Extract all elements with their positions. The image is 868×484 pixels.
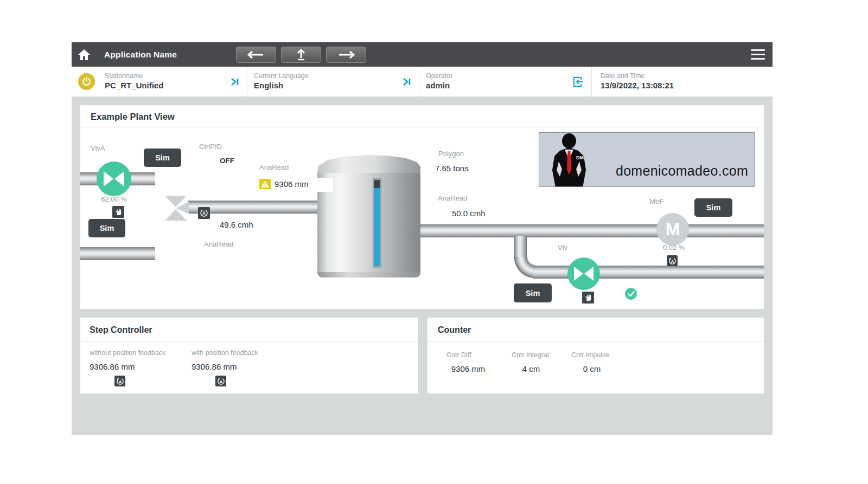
datetime-label: Date and Time xyxy=(601,72,674,81)
home-button[interactable] xyxy=(72,42,97,67)
operator-value: admin xyxy=(426,81,452,91)
vlva-sim-button[interactable]: Sim xyxy=(144,149,181,167)
mtrf-label: MtrF xyxy=(649,197,664,205)
tank-inlet-notch xyxy=(317,178,333,192)
step-controller-title: Step Controller xyxy=(90,325,152,335)
tank-dome xyxy=(317,155,420,173)
anaread-level-label: AnaRead xyxy=(259,163,289,171)
field-label: Cntr Diff xyxy=(446,351,512,359)
svg-text:A: A xyxy=(118,379,122,384)
content-area: Example Plant View xyxy=(72,96,773,435)
back-button[interactable] xyxy=(236,47,276,63)
forward-button[interactable] xyxy=(326,47,366,63)
status-ok-icon xyxy=(625,288,637,300)
mtrf-value: -0.02 % xyxy=(656,243,689,251)
anaread-flow-right-value: 50.0 cmh xyxy=(452,209,486,218)
up-button[interactable] xyxy=(281,47,321,63)
power-button[interactable] xyxy=(78,73,95,90)
vlva-manual-mode-button[interactable] xyxy=(112,206,124,218)
plant-view-title: Example Plant View xyxy=(91,112,175,122)
vlva-position-value: 62.00 % xyxy=(92,195,136,203)
vlva-label: VlvA xyxy=(91,144,105,152)
screen: Application Name xyxy=(0,0,868,484)
banner-text: domenicomadeo.com xyxy=(614,163,750,179)
pipe-bottom-left xyxy=(80,247,155,260)
monogram-text: DM xyxy=(576,155,584,160)
polygon-value: 7.65 tons xyxy=(435,164,469,173)
counter-title: Counter xyxy=(438,325,471,335)
power-icon xyxy=(82,77,91,86)
app-title: Application Name xyxy=(104,50,177,60)
valve-bowtie-icon xyxy=(104,171,124,186)
station-section: Stationname PC_RT_Unified xyxy=(72,67,247,96)
svg-text:A: A xyxy=(219,379,222,384)
language-expand-button[interactable] xyxy=(401,77,412,87)
operator-section: Operator admin xyxy=(419,67,591,96)
login-button[interactable] xyxy=(571,75,585,89)
vlva-sim-button-2[interactable]: Sim xyxy=(88,219,125,237)
counter-field: Cntr impulse 0 cm xyxy=(571,351,631,373)
operator-label: Operator xyxy=(426,72,452,81)
three-way-valve[interactable] xyxy=(163,196,189,221)
checkmark-icon xyxy=(628,291,635,297)
hand-icon xyxy=(585,294,592,301)
forward-arrow-icon xyxy=(337,50,355,59)
pipe-from-tank xyxy=(411,224,764,237)
vlv-manual-mode-button[interactable] xyxy=(582,292,594,304)
vlv-sim-button[interactable]: Sim xyxy=(514,283,552,302)
plant-view-panel: Example Plant View xyxy=(80,105,764,309)
field-value: 9306.86 mm xyxy=(90,362,192,371)
valve-bowtie-icon xyxy=(574,267,593,281)
polygon-label: Polygon xyxy=(438,150,464,158)
warning-triangle-icon xyxy=(261,180,269,188)
mtrf-auto-mode-button[interactable]: A xyxy=(667,255,678,266)
field-value: 4 cm xyxy=(512,364,551,373)
datetime-value: 13/9/2022, 13:08:21 xyxy=(601,81,674,91)
ctrlpid-label: CtrlPID xyxy=(199,143,222,151)
station-expand-button[interactable] xyxy=(229,77,240,87)
chevron-bar-icon xyxy=(401,77,412,87)
anaread-flow-right-label: AnaRead xyxy=(438,194,467,202)
login-icon xyxy=(571,75,585,89)
language-label: Current Language xyxy=(254,72,309,81)
svg-text:A: A xyxy=(202,210,206,216)
divider xyxy=(427,341,764,342)
vlv-label: Vlv xyxy=(558,243,567,251)
pipe-elbow xyxy=(514,257,535,279)
flow-auto-mode-button[interactable]: A xyxy=(198,207,210,219)
auto-mode-button[interactable]: A xyxy=(215,376,226,386)
back-arrow-icon xyxy=(247,50,265,59)
mtrf-sim-button[interactable]: Sim xyxy=(694,198,732,217)
vlva-valve[interactable] xyxy=(97,162,131,196)
field-label: without position feedback xyxy=(90,349,192,357)
field-value: 0 cm xyxy=(571,364,612,373)
up-arrow-icon xyxy=(296,49,307,61)
datetime-section: Date and Time 13/9/2022, 13:08:21 xyxy=(591,67,773,96)
vlv-valve[interactable] xyxy=(567,257,600,290)
mtrf-motor[interactable]: M xyxy=(656,213,689,246)
status-bar: Stationname PC_RT_Unified Current Langua… xyxy=(72,67,773,96)
tank-level-cap xyxy=(374,180,380,188)
station-label: Stationname xyxy=(105,72,163,81)
chevron-bar-icon xyxy=(229,77,240,87)
auto-mode-icon: A xyxy=(116,377,124,385)
field-label: Cntr Integral xyxy=(512,351,571,359)
tank-level-fill xyxy=(374,188,380,266)
auto-mode-button[interactable]: A xyxy=(114,376,125,386)
vendor-banner: DM domenicomadeo.com xyxy=(539,132,755,187)
language-value: English xyxy=(254,81,309,91)
home-icon xyxy=(78,49,91,61)
anaread-level-value: 9306 mm xyxy=(275,179,309,189)
title-bar: Application Name xyxy=(72,42,773,67)
field-label: Cntr impulse xyxy=(571,351,631,359)
counter-field: Cntr Diff 9306 mm xyxy=(446,351,512,373)
language-section: Current Language English xyxy=(247,67,419,96)
anaread-flow-left-value: 49.6 cmh xyxy=(220,220,253,229)
hamburger-menu-icon[interactable] xyxy=(751,49,765,60)
warning-badge xyxy=(259,179,271,189)
auto-mode-icon: A xyxy=(200,209,208,217)
step-field: without position feedback 9306.86 mm A xyxy=(90,349,192,386)
step-field: with position feedback 9306.86 mm A xyxy=(192,349,300,386)
field-value: 9306.86 mm xyxy=(192,362,300,371)
person-silhouette-icon: DM xyxy=(548,133,590,187)
